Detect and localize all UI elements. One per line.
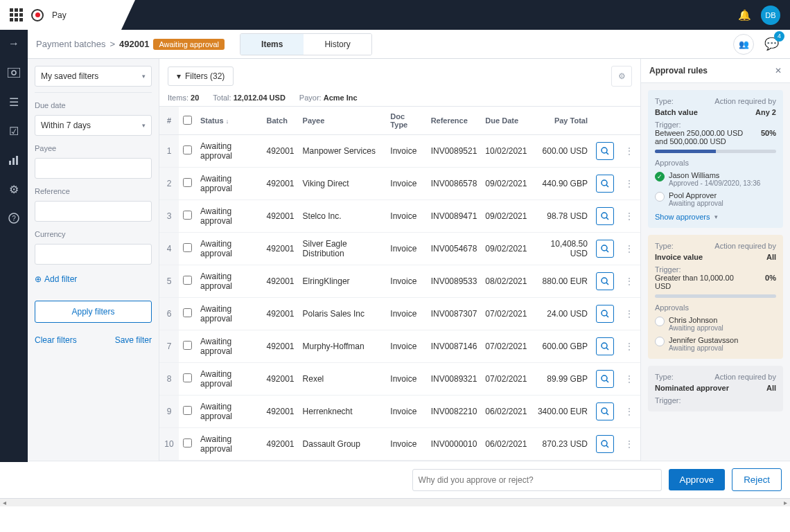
row-more-icon[interactable]: ⋮ (622, 439, 636, 449)
table-row[interactable]: 7 Awaiting approval 492001 Murphy-Hoffma… (159, 330, 640, 363)
bell-icon[interactable]: 🔔 (738, 9, 751, 21)
approver-item: ✓ Jason WilliamsApproved - 14/09/2020, 1… (655, 171, 776, 187)
due-date-select[interactable]: Within 7 days▾ (35, 115, 152, 136)
breadcrumb-current: 492001 (119, 39, 149, 49)
cell-paytotal: 880.00 EUR (531, 265, 592, 298)
table-row[interactable]: 10 Awaiting approval 492001 Dassault Gro… (159, 428, 640, 461)
view-row-button[interactable] (596, 370, 614, 388)
table-row[interactable]: 1 Awaiting approval 492001 Manpower Serv… (159, 135, 640, 168)
row-more-icon[interactable]: ⋮ (622, 276, 636, 286)
cell-status: Awaiting approval (196, 200, 263, 233)
row-checkbox[interactable] (183, 406, 192, 415)
view-row-button[interactable] (596, 175, 614, 193)
user-avatar[interactable]: DB (761, 6, 780, 25)
reject-button[interactable]: Reject (732, 468, 782, 491)
group-icon[interactable]: 👥 (733, 34, 754, 55)
row-checkbox[interactable] (183, 243, 192, 252)
saved-filters-select[interactable]: My saved filters▾ (35, 66, 152, 87)
svg-point-17 (602, 310, 607, 316)
row-more-icon[interactable]: ⋮ (622, 146, 636, 156)
row-checkbox[interactable] (183, 145, 192, 154)
clear-filters-link[interactable]: Clear filters (35, 335, 77, 345)
comment-icon[interactable]: 💬4 (761, 34, 782, 55)
select-all-checkbox[interactable] (183, 116, 192, 125)
row-more-icon[interactable]: ⋮ (622, 244, 636, 254)
row-checkbox[interactable] (183, 178, 192, 187)
reference-input[interactable] (35, 201, 152, 222)
col-status[interactable]: Status ↓ (196, 107, 263, 135)
horizontal-scrollbar[interactable]: ◂▸ (0, 498, 790, 506)
approve-button[interactable]: Approve (669, 469, 726, 490)
row-more-icon[interactable]: ⋮ (622, 407, 636, 416)
cell-payee: Murphy-Hoffman (299, 330, 387, 363)
pending-icon (655, 337, 665, 346)
close-icon[interactable]: ✕ (775, 66, 782, 76)
row-more-icon[interactable]: ⋮ (622, 179, 636, 188)
table-row[interactable]: 6 Awaiting approval 492001 Polaris Sales… (159, 298, 640, 330)
table-row[interactable]: 3 Awaiting approval 492001 Stelco Inc. I… (159, 200, 640, 233)
view-row-button[interactable] (596, 337, 614, 355)
tab-items[interactable]: Items (240, 34, 304, 55)
col-duedate[interactable]: Due Date (481, 107, 531, 135)
nav-gear-icon[interactable]: ⚙ (6, 181, 22, 197)
row-number: 2 (159, 168, 179, 200)
col-reference[interactable]: Reference (427, 107, 482, 135)
table-row[interactable]: 9 Awaiting approval 492001 Herrenknecht … (159, 396, 640, 428)
nav-chart-icon[interactable] (6, 152, 22, 168)
col-batch[interactable]: Batch (263, 107, 299, 135)
reason-input[interactable] (412, 469, 662, 491)
cell-batch: 492001 (263, 428, 299, 461)
nav-checkbox-icon[interactable]: ☑ (6, 123, 22, 139)
row-checkbox[interactable] (183, 211, 192, 220)
cell-duedate: 06/02/2021 (481, 428, 531, 461)
cell-status: Awaiting approval (196, 168, 263, 200)
view-row-button[interactable] (596, 435, 614, 453)
payee-input[interactable] (35, 158, 152, 179)
table-row[interactable]: 2 Awaiting approval 492001 Viking Direct… (159, 168, 640, 200)
cell-doctype: Invoice (386, 428, 426, 461)
row-more-icon[interactable]: ⋮ (622, 342, 636, 351)
breadcrumb-root[interactable]: Payment batches (36, 39, 105, 49)
col-doctype[interactable]: Doc Type (386, 107, 426, 135)
tab-history[interactable]: History (304, 34, 371, 55)
app-launcher-icon[interactable] (10, 8, 23, 21)
col-payee[interactable]: Payee (299, 107, 387, 135)
row-checkbox[interactable] (183, 438, 192, 447)
row-more-icon[interactable]: ⋮ (622, 374, 636, 384)
row-number: 7 (159, 330, 179, 363)
view-row-button[interactable] (596, 142, 614, 160)
add-filter-link[interactable]: ⊕Add filter (35, 274, 152, 284)
nav-list-icon[interactable]: ☰ (6, 94, 22, 110)
row-checkbox[interactable] (183, 341, 192, 350)
cell-batch: 492001 (263, 363, 299, 396)
col-paytotal[interactable]: Pay Total (531, 107, 592, 135)
apply-filters-button[interactable]: Apply filters (35, 301, 152, 323)
row-more-icon[interactable]: ⋮ (622, 211, 636, 221)
cell-reference: INV0089533 (427, 265, 482, 298)
row-checkbox[interactable] (183, 373, 192, 382)
nav-help-icon[interactable]: ? (6, 210, 22, 227)
view-row-button[interactable] (596, 305, 614, 323)
filters-button[interactable]: ▾Filters (32) (168, 66, 234, 86)
table-row[interactable]: 4 Awaiting approval 492001 Silver Eagle … (159, 233, 640, 265)
table-row[interactable]: 8 Awaiting approval 492001 Rexel Invoice… (159, 363, 640, 396)
svg-point-9 (602, 180, 607, 186)
currency-input[interactable] (35, 244, 152, 265)
payments-table: # Status ↓ Batch Payee Doc Type Referenc… (159, 107, 640, 461)
row-checkbox[interactable] (183, 308, 192, 317)
show-approvers-link[interactable]: Show approvers ▾ (655, 213, 776, 221)
save-filter-link[interactable]: Save filter (115, 335, 152, 345)
view-row-button[interactable] (596, 240, 614, 258)
view-row-button[interactable] (596, 272, 614, 290)
sort-down-icon: ↓ (226, 118, 229, 125)
row-more-icon[interactable]: ⋮ (622, 309, 636, 319)
cell-batch: 492001 (263, 168, 299, 200)
cell-reference: INV0082210 (427, 396, 482, 428)
view-row-button[interactable] (596, 207, 614, 225)
table-settings-button[interactable]: ⚙ (611, 66, 632, 87)
nav-money-icon[interactable] (6, 64, 22, 81)
nav-enter-icon[interactable]: → (6, 35, 22, 52)
row-checkbox[interactable] (183, 276, 192, 285)
view-row-button[interactable] (596, 402, 614, 420)
table-row[interactable]: 5 Awaiting approval 492001 ElringKlinger… (159, 265, 640, 298)
